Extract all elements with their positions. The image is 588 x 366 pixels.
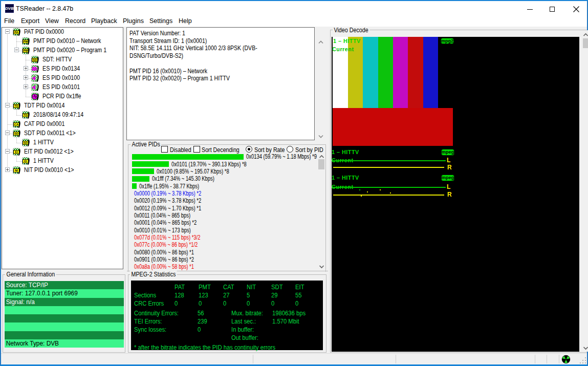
svg-text:PM: PM bbox=[24, 49, 28, 52]
svg-text:SD: SD bbox=[24, 141, 28, 144]
svg-text:EI: EI bbox=[15, 150, 18, 154]
svg-text:SD: SD bbox=[33, 58, 37, 61]
svg-text:EI: EI bbox=[24, 160, 27, 163]
svg-text:CA: CA bbox=[14, 123, 19, 126]
svg-text:TD: TD bbox=[14, 104, 19, 107]
svg-text:PA: PA bbox=[14, 31, 19, 34]
svg-text:NI: NI bbox=[15, 169, 18, 172]
svg-text:DVB: DVB bbox=[5, 6, 14, 11]
svg-text:PM: PM bbox=[24, 40, 28, 43]
svg-text:TD: TD bbox=[24, 114, 28, 117]
svg-text:SD: SD bbox=[14, 132, 19, 135]
